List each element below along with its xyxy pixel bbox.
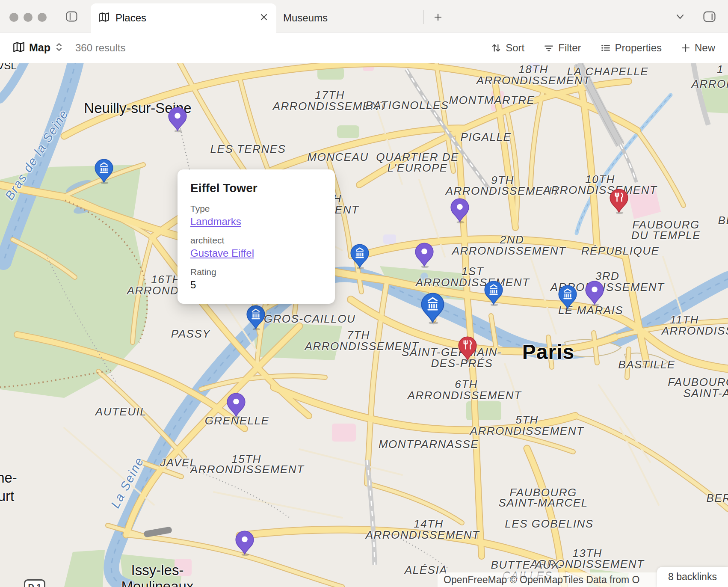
popup-title: Eiffel Tower xyxy=(190,181,322,195)
view-toolbar: Map 360 results Sort Filter Properties N… xyxy=(0,33,728,63)
view-label: Map xyxy=(29,42,50,54)
new-button[interactable]: New xyxy=(681,42,715,54)
tab-divider xyxy=(423,10,424,24)
properties-button[interactable]: Properties xyxy=(600,42,662,54)
map-pin-museum[interactable] xyxy=(421,293,444,326)
properties-label: Properties xyxy=(615,42,662,54)
map-pin-place[interactable] xyxy=(168,107,187,134)
map-pin-place[interactable] xyxy=(450,198,469,225)
map-pin-museum[interactable] xyxy=(350,244,369,271)
chevron-down-icon[interactable] xyxy=(675,13,685,23)
field-label-rating: Rating xyxy=(190,267,322,277)
map-pin-museum[interactable] xyxy=(246,305,265,332)
map-icon xyxy=(98,12,109,24)
map-pin-museum[interactable] xyxy=(558,285,577,312)
filter-icon xyxy=(543,42,554,53)
place-popup: Eiffel Tower Type Landmarks architect Gu… xyxy=(178,169,335,304)
tab-label: Places xyxy=(115,12,259,24)
map-pin-place[interactable] xyxy=(235,531,254,558)
new-tab-button[interactable] xyxy=(433,12,443,24)
map-pin-museum[interactable] xyxy=(484,281,503,308)
map-pin-place[interactable] xyxy=(585,281,604,308)
minimize-window-button[interactable] xyxy=(24,13,33,22)
zoom-window-button[interactable] xyxy=(38,13,47,22)
new-label: New xyxy=(695,42,715,54)
field-label-architect: architect xyxy=(190,235,322,246)
map-pin-restaurant[interactable] xyxy=(610,189,628,216)
close-window-button[interactable] xyxy=(9,13,18,22)
map-attribution: OpenFreeMap © OpenMapTiles Data from O xyxy=(438,572,657,587)
field-label-type: Type xyxy=(190,204,322,214)
road-shield: D 1 xyxy=(24,579,45,587)
map-pin-museum[interactable] xyxy=(95,159,113,186)
backlinks-badge[interactable]: 8 backlinks xyxy=(657,567,728,587)
properties-icon xyxy=(600,42,611,53)
window-controls[interactable] xyxy=(9,13,47,22)
field-value-architect-link[interactable]: Gustave Eiffel xyxy=(190,247,322,259)
tab-museums[interactable]: Museums xyxy=(276,3,423,33)
map-pin-place[interactable] xyxy=(227,393,246,420)
results-count: 360 results xyxy=(75,42,125,54)
sidebar-toggle-icon[interactable] xyxy=(66,11,77,24)
field-value-type-link[interactable]: Landmarks xyxy=(190,216,322,228)
view-selector[interactable]: Map xyxy=(13,42,63,54)
filter-label: Filter xyxy=(558,42,581,54)
map-icon xyxy=(13,42,25,54)
sort-button[interactable]: Sort xyxy=(491,42,524,54)
sort-icon xyxy=(491,42,502,53)
panel-right-icon[interactable] xyxy=(703,11,716,24)
map-canvas[interactable] xyxy=(0,0,728,587)
tab-label: Museums xyxy=(283,12,328,24)
plus-icon xyxy=(681,43,691,53)
sort-label: Sort xyxy=(506,42,524,54)
map-pin-restaurant[interactable] xyxy=(458,336,477,364)
field-value-rating: 5 xyxy=(190,279,322,291)
map-pin-place[interactable] xyxy=(415,243,434,270)
close-tab-icon[interactable] xyxy=(259,12,269,24)
chevron-up-down-icon xyxy=(55,42,63,54)
tab-places[interactable]: Places xyxy=(91,3,276,33)
filter-button[interactable]: Filter xyxy=(543,42,581,54)
